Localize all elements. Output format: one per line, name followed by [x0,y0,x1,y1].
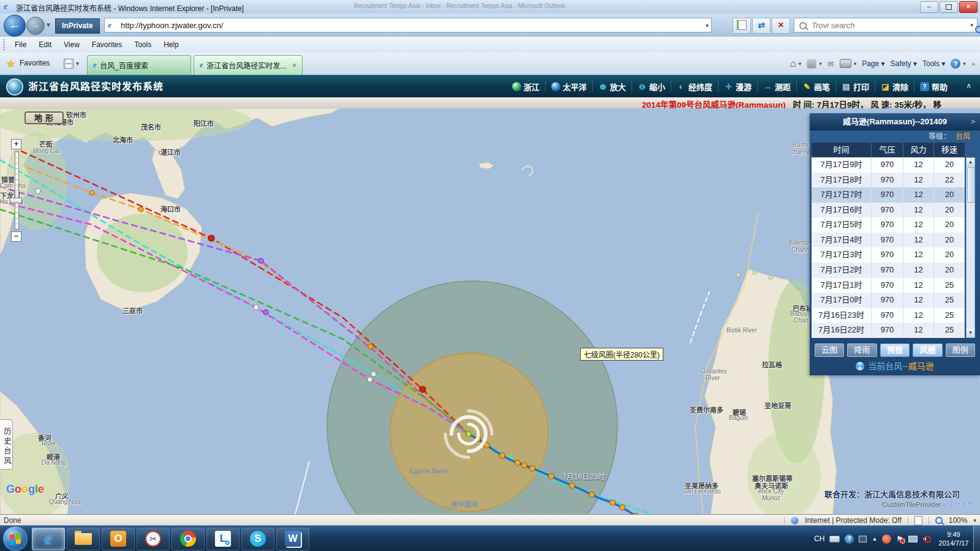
menu-view[interactable]: View [58,37,86,53]
rss-icon[interactable] [807,59,816,69]
quick-tabs-dropdown[interactable]: ▾ [76,60,79,67]
overflow-chevron-icon[interactable]: » [971,60,975,67]
terrain-toggle-button[interactable]: 地形 [24,111,64,124]
table-row[interactable]: 7月17日2时9701220 [812,263,965,278]
quick-tabs-icon[interactable] [64,59,74,69]
compatibility-view-button[interactable] [733,18,751,34]
map-zoom-out-button[interactable]: − [11,231,21,242]
favorites-label[interactable]: Favorites [20,59,50,67]
map-zoom-slider[interactable] [15,151,19,230]
layer-tab-降雨[interactable]: 降雨 [847,343,876,357]
address-input[interactable]: e http://typhoon.zjwater.gov.cn/ ▾ [104,18,712,32]
layer-tab-云图[interactable]: 云图 [815,343,844,357]
table-row[interactable]: 7月17日6时9701220 [812,203,965,218]
print-dropdown[interactable]: ▾ [854,61,857,67]
tool-measure[interactable]: 测距 [757,81,796,92]
collapse-toolbar-icon[interactable]: ∧ [966,81,971,90]
taskbar-button-chrome[interactable] [172,528,205,550]
map-zoom-in-button[interactable]: + [11,139,21,149]
maximize-button[interactable] [940,1,958,13]
help-dropdown[interactable]: ▾ [963,61,966,67]
scroll-down-icon[interactable]: ▼ [967,329,974,337]
taskbar-button-outlook[interactable] [102,528,135,550]
command-tools[interactable]: Tools ▾ [922,59,945,68]
search-go-icon[interactable] [975,26,980,33]
command-page[interactable]: Page ▾ [862,59,884,68]
layer-tab-图例[interactable]: 图例 [946,343,975,357]
terms-link[interactable]: 使用条款 [947,501,974,508]
sync-tray-icon[interactable] [882,534,891,544]
show-desktop-button[interactable] [973,526,980,551]
zoom-level[interactable]: 100% [949,516,968,525]
zoom-dropdown-icon[interactable]: ▾ [973,517,976,523]
refresh-button[interactable]: ⇄ [752,18,771,34]
tool-help[interactable]: 帮助 [914,81,953,92]
tab-typhoon-site[interactable]: e 浙江省台风路径实时发... × [194,55,303,75]
menu-favorites[interactable]: Favorites [86,37,128,53]
taskbar-button-explorer[interactable] [67,528,100,550]
compat-page-icon[interactable] [914,516,922,525]
tool-zhejiang[interactable]: 浙江 [507,81,545,92]
tool-print[interactable]: 打印 [835,81,875,92]
command-safety[interactable]: Safety ▾ [891,59,917,68]
language-bar-options-icon[interactable] [859,536,867,542]
search-input[interactable]: Trovi search ▾ [794,18,978,32]
table-row[interactable]: 7月17日0时9701225 [812,293,965,308]
close-button[interactable]: × [959,1,978,13]
clock[interactable]: 9:49 2014/7/17 [935,530,973,548]
keyboard-icon[interactable] [829,536,840,542]
current-typhoon-name[interactable]: 威马逊 [908,361,934,371]
taskbar-button-lync[interactable] [206,528,239,550]
tool-pen[interactable]: 画笔 [796,81,835,92]
volume-muted-icon[interactable] [922,535,930,542]
action-center-icon[interactable]: ⚑ [896,534,903,544]
taskbar-button-word[interactable] [276,528,309,550]
forward-button[interactable]: → [26,17,45,35]
table-row[interactable]: 7月17日7时9701220 [812,187,965,203]
minimize-button[interactable]: – [920,1,938,13]
tool-latlon[interactable]: 经纬度 [671,81,718,92]
menu-tools[interactable]: Tools [128,37,157,53]
tool-clear[interactable]: 清除 [875,81,914,92]
map-zoom-slider-handle[interactable] [10,198,22,203]
menu-edit[interactable]: Edit [32,37,58,53]
menu-file[interactable]: File [9,37,32,53]
scrollbar-thumb[interactable] [967,167,975,203]
tool-zoom-in[interactable]: 放大 [592,81,631,92]
home-icon[interactable]: ⌂ [790,58,796,69]
back-button[interactable]: ← [4,15,26,37]
menu-help[interactable]: Help [157,37,185,53]
start-button[interactable] [3,527,28,551]
table-row[interactable]: 7月17日3时9701220 [812,247,965,263]
network-icon[interactable] [908,536,918,542]
search-dropdown-icon[interactable]: ▾ [970,22,973,28]
address-dropdown-icon[interactable]: ▾ [706,22,709,29]
tool-pan[interactable]: 漫游 [718,81,757,92]
tab-close-icon[interactable]: × [292,61,296,70]
hidden-icons-chevron[interactable]: ▲ [872,536,877,542]
taskbar-button-ie[interactable] [32,528,65,550]
layer-tab-风圈[interactable]: 风圈 [913,343,942,357]
history-typhoon-tab[interactable]: 历史台风 [0,419,13,470]
table-scrollbar[interactable]: ▲ ▼ [966,157,975,338]
favorites-star-icon[interactable]: ★ [6,58,15,70]
mail-icon[interactable]: ✉ [827,59,834,69]
taskbar-button-snipping[interactable] [137,528,170,550]
tool-zoom-out[interactable]: 缩小 [631,81,671,92]
table-row[interactable]: 7月17日9时9701220 [812,157,965,173]
help-icon[interactable]: ? [951,59,960,69]
home-dropdown[interactable]: ▾ [799,61,802,67]
taskbar-button-skype[interactable] [241,528,274,550]
table-row[interactable]: 7月17日1时9701225 [812,278,965,293]
print-icon[interactable] [840,59,851,68]
table-row[interactable]: 7月16日23时9701225 [812,308,965,323]
zoom-magnifier-icon[interactable] [935,517,943,524]
panel-expand-icon[interactable]: > [970,113,975,130]
language-indicator[interactable]: CH [814,534,824,543]
table-row[interactable]: 7月17日5时9701220 [812,217,965,233]
tool-pacific[interactable]: 太平洋 [545,81,592,92]
tray-help-icon[interactable]: ? [845,534,854,544]
table-row[interactable]: 7月17日8时9701222 [812,173,965,188]
stop-button[interactable]: × [772,18,790,34]
tab-baidu-search[interactable]: e 台风_百度搜索 [87,55,191,75]
